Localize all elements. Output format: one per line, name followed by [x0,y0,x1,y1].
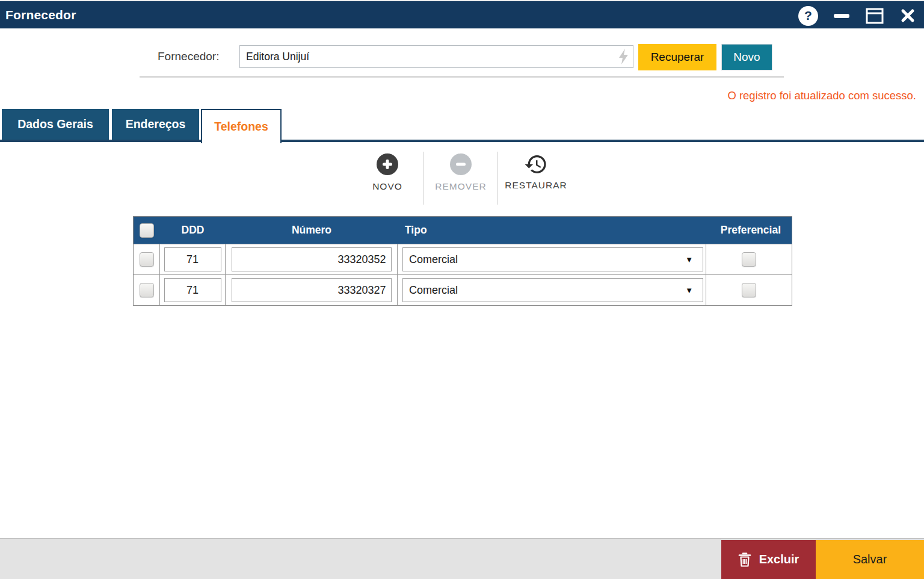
recuperar-button[interactable]: Recuperar [638,44,716,70]
table-row: Comercial ▼ [134,274,792,305]
title-bar: Fornecedor ? [0,0,924,29]
chevron-down-icon: ▼ [685,286,693,295]
numero-input[interactable] [232,247,392,271]
minimize-icon[interactable] [834,14,849,18]
maximize-icon[interactable] [865,7,884,25]
tipo-selected-value: Comercial [403,253,458,266]
numero-cell [226,244,398,274]
plus-icon [377,153,398,175]
toolbar-restaurar-label: RESTAURAR [505,180,567,191]
chevron-down-icon: ▼ [685,255,693,264]
toolbar-remover-label: REMOVER [435,181,486,192]
toolbar-restaurar-button[interactable]: RESTAURAR [499,153,573,191]
fornecedor-label: Fornecedor: [158,50,219,63]
tipo-dropdown[interactable]: Comercial ▼ [402,247,703,271]
fornecedor-window: Fornecedor ? Fornecedor: [0,0,924,579]
window-title: Fornecedor [0,8,76,22]
toolbar-novo-label: NOVO [372,181,402,192]
ddd-cell [160,275,226,305]
minus-icon [450,153,472,175]
header-ddd: DDD [160,217,226,244]
history-icon [524,152,548,176]
numero-input[interactable] [232,278,392,302]
tab-enderecos[interactable]: Endereços [112,109,199,140]
toolbar-remover-button: REMOVER [424,153,498,192]
toolbar-novo-button[interactable]: NOVO [350,153,425,192]
header-tipo: Tipo [398,217,706,244]
toolbar-separator [497,152,498,205]
form-divider [140,76,784,78]
header-numero: Número [226,217,398,244]
preferencial-cell [706,275,792,305]
preferencial-checkbox[interactable] [742,252,756,267]
salvar-label: Salvar [853,553,887,566]
ddd-cell [160,244,226,274]
novo-button[interactable]: Novo [721,44,772,70]
table-row: Comercial ▼ [134,244,792,274]
tipo-dropdown[interactable]: Comercial ▼ [402,278,703,302]
row-select-checkbox[interactable] [140,252,154,267]
preferencial-checkbox[interactable] [742,283,756,297]
window-controls: ? [798,1,916,30]
tipo-cell: Comercial ▼ [398,275,706,305]
row-select-cell [134,244,160,274]
tipo-selected-value: Comercial [403,284,458,297]
telefones-table: DDD Número Tipo Preferencial Comercial ▼ [133,216,792,306]
numero-cell [226,275,398,305]
excluir-button[interactable]: Excluir [721,540,816,579]
table-header-row: DDD Número Tipo Preferencial [134,217,792,244]
select-all-cell [134,217,160,244]
ddd-input[interactable] [164,278,221,302]
excluir-label: Excluir [759,553,799,566]
tab-telefones[interactable]: Telefones [201,109,282,143]
status-message: O registro foi atualizado com sucesso. [727,89,916,102]
help-icon[interactable]: ? [798,6,818,26]
preferencial-cell [706,244,792,274]
trash-icon [738,552,751,568]
row-select-cell [134,275,160,305]
fornecedor-input[interactable] [239,45,633,68]
tabs-underline [0,140,924,142]
tipo-cell: Comercial ▼ [398,244,706,274]
ddd-input[interactable] [164,247,221,271]
select-all-checkbox[interactable] [140,223,154,238]
row-select-checkbox[interactable] [140,283,154,297]
lightning-icon [616,48,632,65]
header-preferencial: Preferencial [706,217,792,244]
tab-dados-gerais[interactable]: Dados Gerais [2,109,109,140]
close-icon[interactable] [900,8,916,23]
salvar-button[interactable]: Salvar [816,540,924,579]
